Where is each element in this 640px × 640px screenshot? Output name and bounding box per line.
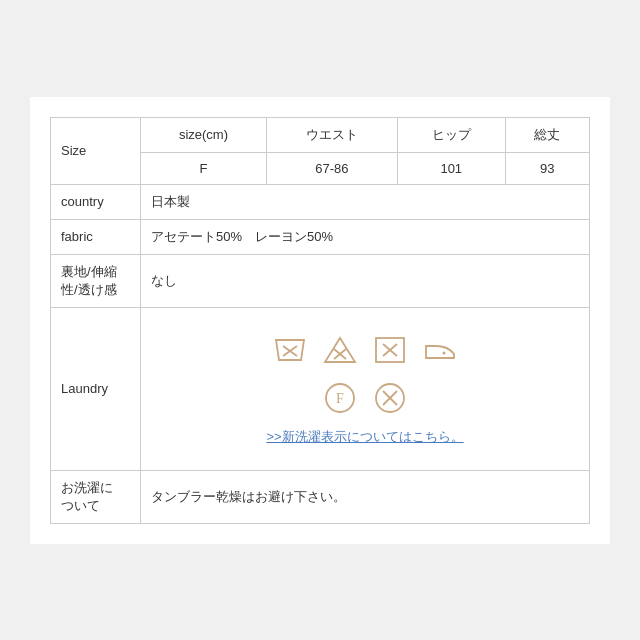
wash-row: お洗濯に ついて タンブラー乾燥はお避け下さい。	[51, 470, 590, 523]
laundry-icon-row-1	[272, 332, 458, 368]
hip-value: 101	[397, 152, 505, 184]
country-label: country	[51, 184, 141, 219]
svg-text:F: F	[336, 391, 344, 406]
waist-value: 67-86	[266, 152, 397, 184]
dry-clean-f-icon: F	[322, 380, 358, 416]
no-dry-clean-icon	[372, 380, 408, 416]
total-col-header: 総丈	[505, 117, 589, 152]
country-value: 日本製	[141, 184, 590, 219]
iron-icon	[422, 332, 458, 368]
waist-col-header: ウエスト	[266, 117, 397, 152]
lining-value: なし	[141, 254, 590, 307]
size-col-header: size(cm)	[141, 117, 267, 152]
hip-col-header: ヒップ	[397, 117, 505, 152]
fabric-label: fabric	[51, 219, 141, 254]
product-info-card: Size size(cm) ウエスト ヒップ 総丈 F 67-86 101 93…	[30, 97, 610, 544]
no-dry-icon	[372, 332, 408, 368]
no-bleach-icon	[322, 332, 358, 368]
country-row: country 日本製	[51, 184, 590, 219]
size-label: Size	[51, 117, 141, 184]
svg-marker-2	[325, 338, 355, 362]
laundry-icons-container: F >>新洗濯表示についてはこちら。	[157, 322, 573, 456]
fabric-value: アセテート50% レーヨン50%	[141, 219, 590, 254]
total-value: 93	[505, 152, 589, 184]
laundry-label: Laundry	[51, 307, 141, 470]
laundry-row: Laundry	[51, 307, 590, 470]
no-wash-icon	[272, 332, 308, 368]
fabric-row: fabric アセテート50% レーヨン50%	[51, 219, 590, 254]
size-header-row: Size size(cm) ウエスト ヒップ 総丈	[51, 117, 590, 152]
laundry-icon-row-2: F	[322, 380, 408, 416]
lining-row: 裏地/伸縮 性/透け感 なし	[51, 254, 590, 307]
laundry-content: F >>新洗濯表示についてはこちら。	[141, 307, 590, 470]
wash-value: タンブラー乾燥はお避け下さい。	[141, 470, 590, 523]
size-value: F	[141, 152, 267, 184]
laundry-link[interactable]: >>新洗濯表示についてはこちら。	[266, 429, 463, 444]
wash-label: お洗濯に ついて	[51, 470, 141, 523]
product-table: Size size(cm) ウエスト ヒップ 総丈 F 67-86 101 93…	[50, 117, 590, 524]
lining-label: 裏地/伸縮 性/透け感	[51, 254, 141, 307]
laundry-link-container: >>新洗濯表示についてはこちら。	[266, 428, 463, 446]
svg-point-8	[443, 351, 446, 354]
